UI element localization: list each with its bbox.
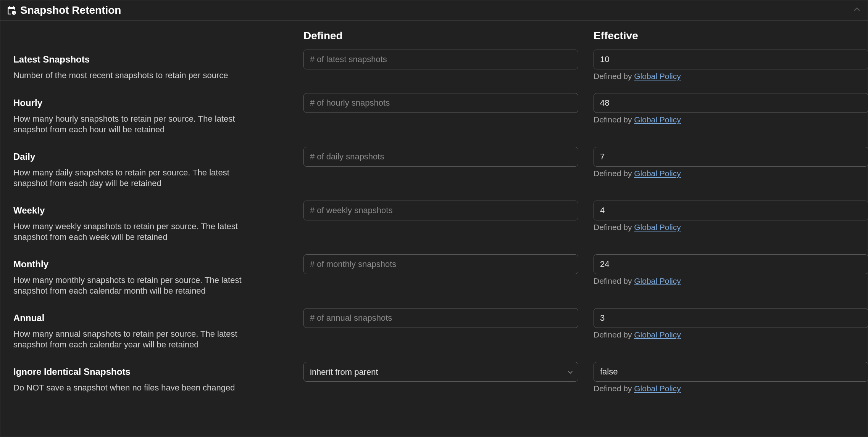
row-monthly-label-block: Monthly How many monthly snapshots to re…: [13, 249, 303, 296]
defined-by-prefix: Defined by: [594, 330, 634, 339]
global-policy-link[interactable]: Global Policy: [634, 169, 681, 178]
row-monthly-label: Monthly: [13, 252, 303, 270]
weekly-defined-by: Defined by Global Policy: [594, 220, 868, 232]
calendar-clock-icon: [6, 5, 16, 15]
monthly-defined-by: Defined by Global Policy: [594, 274, 868, 286]
row-daily-defined-cell: [303, 141, 594, 188]
annual-defined-input[interactable]: [303, 308, 578, 328]
row-latest-desc: Number of the most recent snapshots to r…: [13, 65, 265, 81]
row-ignore-effective-cell: Defined by Global Policy: [594, 357, 868, 393]
latest-effective-value: [594, 50, 868, 69]
snapshot-retention-panel: Snapshot Retention Defined Effective Lat…: [0, 0, 868, 437]
row-weekly-label-block: Weekly How many weekly snapshots to reta…: [13, 195, 303, 242]
latest-defined-by: Defined by Global Policy: [594, 69, 868, 81]
latest-defined-input[interactable]: [303, 50, 578, 69]
monthly-defined-input[interactable]: [303, 254, 578, 274]
row-latest-effective-cell: Defined by Global Policy: [594, 44, 868, 81]
hourly-defined-by: Defined by Global Policy: [594, 113, 868, 124]
row-annual-desc: How many annual snapshots to retain per …: [13, 323, 265, 350]
annual-effective-value: [594, 308, 868, 328]
annual-defined-by: Defined by Global Policy: [594, 328, 868, 339]
panel-header-left: Snapshot Retention: [6, 4, 121, 16]
row-hourly-label: Hourly: [13, 91, 303, 108]
row-monthly-defined-cell: [303, 249, 594, 296]
panel-body: Defined Effective Latest Snapshots Numbe…: [0, 21, 868, 408]
row-latest-label-block: Latest Snapshots Number of the most rece…: [13, 44, 303, 81]
defined-by-prefix: Defined by: [594, 276, 634, 285]
chevron-up-icon[interactable]: [852, 5, 862, 16]
settings-grid: Defined Effective Latest Snapshots Numbe…: [13, 30, 855, 393]
row-annual-label: Annual: [13, 306, 303, 323]
ignore-defined-by: Defined by Global Policy: [594, 382, 868, 393]
panel-title: Snapshot Retention: [20, 4, 121, 16]
daily-effective-value: [594, 147, 868, 167]
hourly-effective-value: [594, 93, 868, 113]
global-policy-link[interactable]: Global Policy: [634, 384, 681, 393]
defined-by-prefix: Defined by: [594, 72, 634, 80]
ignore-defined-select[interactable]: inherit from parent: [303, 362, 578, 382]
defined-by-prefix: Defined by: [594, 115, 634, 124]
panel-header: Snapshot Retention: [0, 0, 868, 21]
row-weekly-desc: How many weekly snapshots to retain per …: [13, 216, 265, 242]
global-policy-link[interactable]: Global Policy: [634, 276, 681, 285]
monthly-effective-value: [594, 254, 868, 274]
row-hourly-label-block: Hourly How many hourly snapshots to reta…: [13, 88, 303, 135]
row-annual-defined-cell: [303, 303, 594, 350]
global-policy-link[interactable]: Global Policy: [634, 115, 681, 124]
defined-by-prefix: Defined by: [594, 223, 634, 231]
row-monthly-effective-cell: Defined by Global Policy: [594, 249, 868, 296]
global-policy-link[interactable]: Global Policy: [634, 223, 681, 231]
row-monthly-desc: How many monthly snapshots to retain per…: [13, 270, 265, 296]
row-daily-effective-cell: Defined by Global Policy: [594, 141, 868, 188]
row-ignore-label: Ignore Identical Snapshots: [13, 360, 303, 377]
row-daily-label-block: Daily How many daily snapshots to retain…: [13, 141, 303, 188]
defined-by-prefix: Defined by: [594, 384, 634, 393]
column-header-effective: Effective: [594, 30, 868, 44]
global-policy-link[interactable]: Global Policy: [634, 330, 681, 339]
weekly-defined-input[interactable]: [303, 201, 578, 220]
defined-by-prefix: Defined by: [594, 169, 634, 178]
daily-defined-input[interactable]: [303, 147, 578, 167]
row-daily-label: Daily: [13, 145, 303, 162]
row-weekly-effective-cell: Defined by Global Policy: [594, 195, 868, 242]
row-hourly-desc: How many hourly snapshots to retain per …: [13, 108, 265, 135]
global-policy-link[interactable]: Global Policy: [634, 72, 681, 80]
row-weekly-label: Weekly: [13, 198, 303, 216]
row-annual-effective-cell: Defined by Global Policy: [594, 303, 868, 350]
row-hourly-effective-cell: Defined by Global Policy: [594, 88, 868, 135]
hourly-defined-input[interactable]: [303, 93, 578, 113]
ignore-effective-value: [594, 362, 868, 382]
row-weekly-defined-cell: [303, 195, 594, 242]
daily-defined-by: Defined by Global Policy: [594, 167, 868, 178]
row-annual-label-block: Annual How many annual snapshots to reta…: [13, 303, 303, 350]
row-ignore-label-block: Ignore Identical Snapshots Do NOT save a…: [13, 357, 303, 393]
row-latest-defined-cell: [303, 44, 594, 81]
row-ignore-desc: Do NOT save a snapshot when no files hav…: [13, 377, 265, 393]
row-ignore-defined-cell: inherit from parent: [303, 357, 594, 393]
column-header-defined: Defined: [303, 30, 594, 44]
weekly-effective-value: [594, 201, 868, 220]
row-latest-label: Latest Snapshots: [13, 47, 303, 65]
row-daily-desc: How many daily snapshots to retain per s…: [13, 162, 265, 188]
row-hourly-defined-cell: [303, 88, 594, 135]
